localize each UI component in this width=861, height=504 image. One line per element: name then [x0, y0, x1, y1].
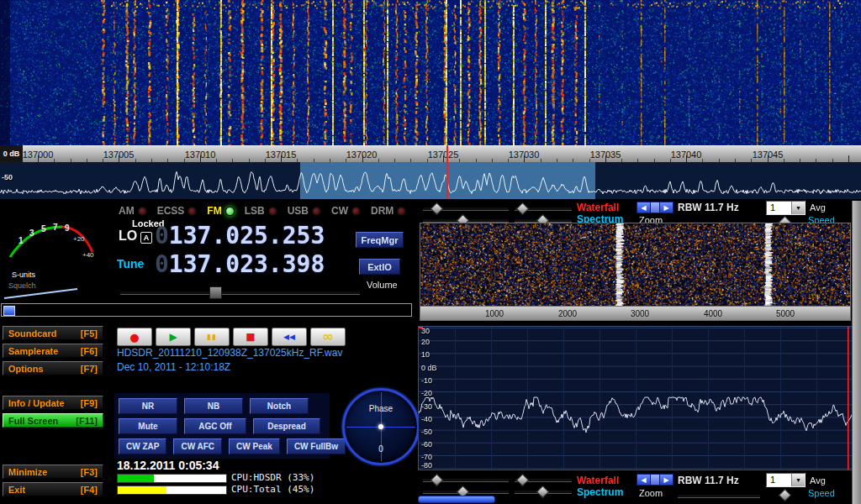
db-scale-label: -70 [421, 453, 432, 461]
waterfall-lower-slider-handle[interactable] [516, 202, 530, 216]
zoom-right-arrow[interactable]: ▶ [659, 202, 673, 213]
avg-dropdown-bottom[interactable]: 1 ▼ [766, 473, 806, 487]
rewind-icon: ◀◀ [283, 333, 295, 341]
agc-off-button[interactable]: AGC Off [184, 418, 246, 434]
volume-slider-track[interactable] [120, 291, 360, 294]
rewind-button[interactable]: ◀◀ [272, 328, 307, 346]
nr-button[interactable]: NR [119, 398, 177, 414]
despread-button[interactable]: Despread [253, 418, 320, 434]
extio-button[interactable]: ExtIO [359, 259, 400, 275]
mode-label: DRM [371, 205, 394, 217]
cw-zap-button[interactable]: CW ZAP [119, 438, 166, 454]
options-button[interactable]: Options[F7] [3, 361, 103, 375]
samplerate-button[interactable]: Samplerate[F6] [3, 344, 103, 358]
db-scale-label: -80 [421, 461, 432, 470]
mode-button-cw[interactable]: CW [331, 205, 361, 217]
pause-icon: ▮▮ [207, 333, 217, 341]
smeter-squelch-label: Squelch [8, 281, 36, 290]
minimize-button[interactable]: Minimize[F3] [3, 465, 103, 479]
spectrum-tab-bottom[interactable]: Spectrum [577, 486, 623, 498]
exit-button[interactable]: Exit[F4] [3, 482, 103, 496]
lo-frequency-display[interactable]: 0137.025.253 [155, 222, 325, 249]
mode-label: AM [119, 205, 135, 217]
nb-button[interactable]: NB [184, 398, 243, 414]
zoom-right-arrow[interactable]: ▶ [659, 474, 673, 486]
stop-button[interactable]: ■ [233, 328, 268, 346]
volume-slider-handle[interactable] [209, 286, 222, 299]
waterfall-tab-bottom[interactable]: Waterfall [577, 475, 619, 486]
af-waterfall-display[interactable] [420, 223, 850, 306]
avg-dropdown-top[interactable]: 1 ▼ [766, 201, 806, 215]
avg-label-top: Avg [810, 202, 826, 213]
freqmgr-button[interactable]: FreqMgr [356, 232, 404, 248]
tune-label: Tune [117, 257, 144, 270]
ruler-tick-label: 137025 [428, 150, 459, 160]
mode-button-am[interactable]: AM [119, 205, 147, 217]
ruler-tick-label: 137035 [590, 150, 621, 160]
cw-peak-button[interactable]: CW Peak [229, 438, 280, 454]
info-update-button[interactable]: Info / Update[F9] [3, 396, 103, 410]
mode-button-usb[interactable]: USB [288, 205, 321, 217]
lock-badge-icon[interactable]: A [140, 232, 152, 244]
playback-position-bar[interactable] [1, 303, 412, 317]
avg-label-bottom: Avg [810, 475, 826, 486]
mode-button-fm[interactable]: FM [207, 205, 234, 217]
speed-slider-track-bottom[interactable] [678, 495, 760, 497]
avg-dropdown-value: 1 [767, 202, 791, 214]
zoom-left-arrow[interactable]: ◀ [637, 202, 651, 213]
play-button[interactable]: ▶ [156, 328, 191, 346]
playback-position-handle[interactable] [3, 306, 15, 316]
fullscreen-button[interactable]: Full Screen[F11] [3, 413, 103, 428]
db-scale-label: -50 [421, 428, 432, 436]
spectrum-lower-slider-handle-bottom[interactable] [536, 486, 550, 499]
db-scale-label: -30 [421, 402, 432, 411]
cw-afc-button[interactable]: CW AFC [173, 438, 222, 454]
mute-button[interactable]: Mute [119, 418, 177, 434]
phase-indicator[interactable]: Phase 0 [342, 388, 420, 465]
waterfall-upper-slider-handle[interactable] [430, 202, 444, 216]
chevron-down-icon[interactable]: ▼ [791, 202, 805, 214]
af-spectrum-display[interactable] [419, 327, 852, 470]
button-label: Options [8, 364, 44, 374]
smeter-tick-label: 1 [18, 236, 24, 245]
right-scrollbar-strip[interactable] [852, 201, 861, 504]
chevron-down-icon[interactable]: ▼ [791, 474, 805, 486]
mode-button-row: AM ECSS FM LSB USB CW DRM [119, 204, 406, 218]
cw-fullbw-button[interactable]: CW FullBw [287, 438, 346, 454]
zoom-label-bottom: Zoom [639, 488, 663, 498]
mode-button-ecss[interactable]: ECSS [157, 205, 198, 217]
waterfall-tab-top[interactable]: Waterfall [577, 202, 619, 213]
notch-button[interactable]: Notch [250, 398, 309, 414]
db-scale-label: -10 [421, 376, 432, 385]
waterfall-lower-slider-handle-bottom[interactable] [516, 474, 530, 487]
loop-button[interactable]: ∞ [310, 328, 346, 346]
af-waterfall-frame [420, 223, 851, 307]
mode-button-drm[interactable]: DRM [371, 205, 406, 217]
lo-frequency-dim-digit: 0 [155, 222, 169, 249]
rbw-value-bottom: RBW 11.7 Hz [678, 475, 739, 486]
pause-button[interactable]: ▮▮ [194, 328, 230, 346]
zoom-scroll-thumb[interactable] [651, 202, 659, 213]
waterfall-upper-slider-handle-bottom[interactable] [430, 474, 444, 487]
mode-button-lsb[interactable]: LSB [245, 205, 277, 217]
button-hotkey: [F4] [81, 485, 98, 495]
zoom-left-arrow[interactable]: ◀ [637, 474, 651, 486]
zoom-scroll-thumb[interactable] [651, 474, 659, 486]
main-spectrum-display[interactable] [0, 162, 861, 199]
af-frequency-ruler[interactable]: 1000 2000 3000 4000 5000 [420, 306, 851, 321]
gain-level-bar[interactable] [418, 496, 495, 503]
ruler-tick-label: 137030 [509, 150, 540, 160]
soundcard-button[interactable]: Soundcard[F5] [3, 326, 103, 340]
cpu-hdsdr-bar [117, 474, 227, 483]
record-button[interactable]: ● [117, 328, 152, 346]
mode-led-icon [225, 207, 235, 216]
mode-label: CW [331, 205, 348, 217]
cpu-hdsdr-fill [118, 475, 154, 482]
db-scale-label: 30 [421, 327, 430, 335]
speed-slider-handle-bottom[interactable] [779, 489, 792, 502]
frequency-ruler[interactable]: 137000 137005 137010 137015 137020 13702… [0, 145, 861, 162]
tune-frequency-display[interactable]: 0137.023.398 [155, 250, 325, 278]
smeter-tick-label: 9 [65, 223, 70, 233]
af-ruler-label: 2000 [558, 309, 577, 318]
main-waterfall-display[interactable] [0, 0, 861, 145]
